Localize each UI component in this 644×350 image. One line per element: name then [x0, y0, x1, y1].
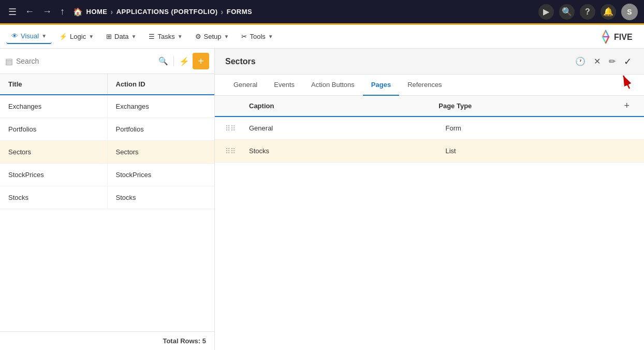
- add-button[interactable]: +: [193, 53, 209, 69]
- avatar[interactable]: S: [621, 4, 638, 20]
- right-panel: Sectors 🕐 ✕ ✏ ✓ General Events Action Bu…: [215, 49, 644, 350]
- breadcrumb-sep-1: ›: [111, 8, 113, 16]
- cell-title: Exchanges: [0, 95, 108, 118]
- logic-label: Logic: [70, 33, 86, 40]
- pages-row[interactable]: ⠿⠿ General Form: [215, 117, 644, 140]
- menu-item-data[interactable]: ⊞ Data ▼: [101, 30, 141, 43]
- cell-action-id: StockPrices: [108, 164, 215, 186]
- col-action-id: Action ID: [108, 74, 215, 94]
- breadcrumb-forms[interactable]: FORMS: [227, 8, 252, 16]
- tasks-caret: ▼: [178, 34, 183, 39]
- cell-action-id: Sectors: [108, 141, 215, 163]
- cell-action-id: Exchanges: [108, 95, 215, 118]
- pages-cell-type: Form: [437, 117, 634, 139]
- cell-title: Portfolios: [0, 118, 108, 140]
- svg-line-4: [606, 37, 609, 43]
- drag-handle[interactable]: ⠿⠿: [225, 147, 241, 155]
- table-row-selected[interactable]: Sectors Sectors: [0, 141, 214, 164]
- tasks-icon: ☰: [149, 33, 155, 40]
- right-content: Caption Page Type + ⠿⠿ General Form ⠿⠿ S…: [215, 96, 644, 350]
- visual-caret: ▼: [41, 33, 47, 39]
- menu-icon[interactable]: ☰: [6, 4, 19, 20]
- play-button[interactable]: ▶: [538, 4, 554, 20]
- breadcrumb-home[interactable]: HOME: [86, 8, 108, 16]
- table-row[interactable]: Stocks Stocks: [0, 186, 214, 209]
- forward-button[interactable]: →: [40, 4, 54, 19]
- table-row[interactable]: Exchanges Exchanges: [0, 95, 214, 118]
- data-caret: ▼: [131, 34, 137, 39]
- filter-icon: ▤: [5, 56, 13, 66]
- panel-title: Sectors: [225, 57, 256, 66]
- pages-row-selected[interactable]: ⠿⠿ Stocks List: [215, 140, 644, 163]
- setup-label: Setup: [204, 33, 222, 40]
- header-actions: 🕐 ✕ ✏ ✓: [573, 54, 634, 69]
- menu-item-tasks[interactable]: ☰ Tasks ▼: [143, 30, 187, 43]
- help-button[interactable]: ?: [580, 4, 595, 20]
- notifications-button[interactable]: 🔔: [601, 4, 616, 20]
- edit-button[interactable]: ✏: [607, 54, 618, 68]
- cell-action-id: Portfolios: [108, 118, 215, 140]
- tools-label: Tools: [250, 33, 265, 40]
- pages-cell-caption: General: [241, 117, 437, 139]
- search-button[interactable]: 🔍: [559, 4, 575, 20]
- data-table: Title Action ID Exchanges Exchanges Port…: [0, 74, 214, 331]
- breadcrumb-sep-2: ›: [221, 8, 224, 16]
- tab-events[interactable]: Events: [266, 75, 303, 96]
- flash-icon: ⚡: [179, 56, 189, 66]
- cell-action-id: Stocks: [108, 186, 215, 209]
- data-icon: ⊞: [106, 33, 112, 40]
- drag-handle[interactable]: ⠿⠿: [225, 124, 241, 133]
- visual-icon: 👁: [11, 32, 18, 40]
- cell-title: StockPrices: [0, 164, 108, 186]
- tab-action-buttons[interactable]: Action Buttons: [303, 75, 363, 96]
- tab-references[interactable]: References: [399, 75, 450, 96]
- tab-general[interactable]: General: [225, 75, 266, 96]
- search-divider: [173, 56, 174, 66]
- svg-text:FIVE: FIVE: [614, 33, 633, 41]
- cell-title: Stocks: [0, 186, 108, 209]
- cell-title: Sectors: [0, 141, 108, 163]
- pages-cell-caption: Stocks: [241, 140, 437, 162]
- clock-button[interactable]: 🕐: [573, 54, 588, 68]
- svg-line-0: [603, 31, 606, 37]
- breadcrumb-applications[interactable]: APPLICATIONS (PORTFOLIO): [116, 8, 218, 16]
- logic-caret: ▼: [89, 34, 94, 39]
- pages-col-page-type: Page Type: [430, 96, 620, 116]
- visual-label: Visual: [21, 32, 39, 40]
- setup-icon: ⚙: [195, 33, 201, 40]
- left-panel: ▤ 🔍 ⚡ + Title Action ID Exchanges Exchan…: [0, 49, 215, 350]
- data-label: Data: [114, 33, 128, 40]
- breadcrumb: 🏠 HOME › APPLICATIONS (PORTFOLIO) › FORM…: [73, 7, 252, 17]
- tools-icon: ✂: [241, 33, 247, 40]
- tools-caret: ▼: [268, 34, 273, 39]
- logic-icon: ⚡: [59, 33, 67, 40]
- back-button[interactable]: ←: [23, 4, 36, 19]
- close-button[interactable]: ✕: [592, 54, 603, 68]
- main-layout: ▤ 🔍 ⚡ + Title Action ID Exchanges Exchan…: [0, 49, 644, 350]
- five-logo: FIVE: [596, 27, 638, 46]
- tabs-bar: General Events Action Buttons Pages Refe…: [215, 75, 644, 96]
- search-input[interactable]: [16, 57, 155, 65]
- search-bar: ▤ 🔍 ⚡ +: [0, 49, 214, 74]
- pages-cell-type: List: [437, 140, 634, 162]
- menu-item-logic[interactable]: ⚡ Logic ▼: [54, 30, 99, 43]
- menu-item-visual[interactable]: 👁 Visual ▼: [6, 29, 52, 44]
- tab-pages[interactable]: Pages: [363, 75, 399, 96]
- top-nav-bar: ☰ ← → ↑ 🏠 HOME › APPLICATIONS (PORTFOLIO…: [0, 0, 644, 25]
- home-icon[interactable]: 🏠: [73, 7, 83, 17]
- confirm-button[interactable]: ✓: [622, 54, 634, 69]
- top-nav-right-icons: ▶ 🔍 ? 🔔 S: [538, 4, 638, 20]
- right-header: Sectors 🕐 ✕ ✏ ✓: [215, 49, 644, 75]
- tasks-label: Tasks: [157, 33, 174, 40]
- setup-caret: ▼: [224, 34, 229, 39]
- table-header: Title Action ID: [0, 74, 214, 95]
- table-row[interactable]: StockPrices StockPrices: [0, 164, 214, 186]
- col-title: Title: [0, 74, 108, 94]
- svg-line-1: [606, 31, 609, 37]
- table-row[interactable]: Portfolios Portfolios: [0, 118, 214, 141]
- pages-add-button[interactable]: +: [620, 98, 634, 113]
- menu-item-tools[interactable]: ✂ Tools ▼: [236, 30, 278, 43]
- search-icon[interactable]: 🔍: [158, 56, 168, 66]
- menu-item-setup[interactable]: ⚙ Setup ▼: [190, 30, 235, 43]
- up-button[interactable]: ↑: [58, 4, 67, 19]
